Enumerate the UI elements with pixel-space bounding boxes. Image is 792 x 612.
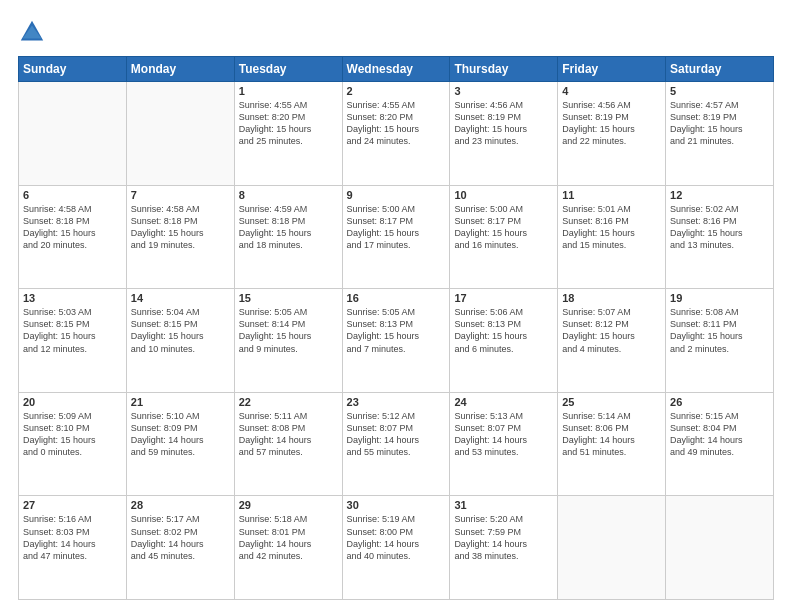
svg-marker-1 <box>23 25 42 38</box>
calendar-cell: 13Sunrise: 5:03 AM Sunset: 8:15 PM Dayli… <box>19 289 127 393</box>
calendar-week-row: 1Sunrise: 4:55 AM Sunset: 8:20 PM Daylig… <box>19 82 774 186</box>
calendar-cell: 30Sunrise: 5:19 AM Sunset: 8:00 PM Dayli… <box>342 496 450 600</box>
calendar-day-header: Sunday <box>19 57 127 82</box>
cell-info: Sunrise: 5:05 AM Sunset: 8:13 PM Dayligh… <box>347 306 446 355</box>
day-number: 1 <box>239 85 338 97</box>
calendar-cell: 19Sunrise: 5:08 AM Sunset: 8:11 PM Dayli… <box>666 289 774 393</box>
calendar-cell: 29Sunrise: 5:18 AM Sunset: 8:01 PM Dayli… <box>234 496 342 600</box>
day-number: 25 <box>562 396 661 408</box>
calendar-cell: 1Sunrise: 4:55 AM Sunset: 8:20 PM Daylig… <box>234 82 342 186</box>
calendar-cell: 28Sunrise: 5:17 AM Sunset: 8:02 PM Dayli… <box>126 496 234 600</box>
calendar-cell: 16Sunrise: 5:05 AM Sunset: 8:13 PM Dayli… <box>342 289 450 393</box>
calendar-cell: 10Sunrise: 5:00 AM Sunset: 8:17 PM Dayli… <box>450 185 558 289</box>
cell-info: Sunrise: 4:58 AM Sunset: 8:18 PM Dayligh… <box>23 203 122 252</box>
logo <box>18 18 50 46</box>
calendar-cell: 23Sunrise: 5:12 AM Sunset: 8:07 PM Dayli… <box>342 392 450 496</box>
day-number: 12 <box>670 189 769 201</box>
day-number: 5 <box>670 85 769 97</box>
calendar-week-row: 13Sunrise: 5:03 AM Sunset: 8:15 PM Dayli… <box>19 289 774 393</box>
day-number: 28 <box>131 499 230 511</box>
cell-info: Sunrise: 4:59 AM Sunset: 8:18 PM Dayligh… <box>239 203 338 252</box>
day-number: 31 <box>454 499 553 511</box>
calendar-cell: 7Sunrise: 4:58 AM Sunset: 8:18 PM Daylig… <box>126 185 234 289</box>
calendar-cell: 21Sunrise: 5:10 AM Sunset: 8:09 PM Dayli… <box>126 392 234 496</box>
day-number: 7 <box>131 189 230 201</box>
calendar-cell: 8Sunrise: 4:59 AM Sunset: 8:18 PM Daylig… <box>234 185 342 289</box>
calendar-cell <box>666 496 774 600</box>
day-number: 22 <box>239 396 338 408</box>
cell-info: Sunrise: 5:01 AM Sunset: 8:16 PM Dayligh… <box>562 203 661 252</box>
cell-info: Sunrise: 4:58 AM Sunset: 8:18 PM Dayligh… <box>131 203 230 252</box>
calendar-day-header: Thursday <box>450 57 558 82</box>
calendar-table: SundayMondayTuesdayWednesdayThursdayFrid… <box>18 56 774 600</box>
day-number: 11 <box>562 189 661 201</box>
cell-info: Sunrise: 5:15 AM Sunset: 8:04 PM Dayligh… <box>670 410 769 459</box>
day-number: 19 <box>670 292 769 304</box>
calendar-cell: 25Sunrise: 5:14 AM Sunset: 8:06 PM Dayli… <box>558 392 666 496</box>
calendar-cell: 15Sunrise: 5:05 AM Sunset: 8:14 PM Dayli… <box>234 289 342 393</box>
cell-info: Sunrise: 5:06 AM Sunset: 8:13 PM Dayligh… <box>454 306 553 355</box>
calendar-day-header: Friday <box>558 57 666 82</box>
day-number: 6 <box>23 189 122 201</box>
calendar-cell: 22Sunrise: 5:11 AM Sunset: 8:08 PM Dayli… <box>234 392 342 496</box>
cell-info: Sunrise: 5:07 AM Sunset: 8:12 PM Dayligh… <box>562 306 661 355</box>
calendar-cell: 14Sunrise: 5:04 AM Sunset: 8:15 PM Dayli… <box>126 289 234 393</box>
calendar-cell: 4Sunrise: 4:56 AM Sunset: 8:19 PM Daylig… <box>558 82 666 186</box>
day-number: 15 <box>239 292 338 304</box>
calendar-week-row: 27Sunrise: 5:16 AM Sunset: 8:03 PM Dayli… <box>19 496 774 600</box>
cell-info: Sunrise: 4:55 AM Sunset: 8:20 PM Dayligh… <box>239 99 338 148</box>
cell-info: Sunrise: 5:08 AM Sunset: 8:11 PM Dayligh… <box>670 306 769 355</box>
calendar-cell: 31Sunrise: 5:20 AM Sunset: 7:59 PM Dayli… <box>450 496 558 600</box>
calendar-day-header: Tuesday <box>234 57 342 82</box>
cell-info: Sunrise: 5:18 AM Sunset: 8:01 PM Dayligh… <box>239 513 338 562</box>
cell-info: Sunrise: 5:00 AM Sunset: 8:17 PM Dayligh… <box>347 203 446 252</box>
calendar-cell: 5Sunrise: 4:57 AM Sunset: 8:19 PM Daylig… <box>666 82 774 186</box>
cell-info: Sunrise: 5:20 AM Sunset: 7:59 PM Dayligh… <box>454 513 553 562</box>
cell-info: Sunrise: 5:13 AM Sunset: 8:07 PM Dayligh… <box>454 410 553 459</box>
calendar-cell <box>558 496 666 600</box>
day-number: 23 <box>347 396 446 408</box>
cell-info: Sunrise: 4:56 AM Sunset: 8:19 PM Dayligh… <box>454 99 553 148</box>
day-number: 4 <box>562 85 661 97</box>
calendar-cell: 11Sunrise: 5:01 AM Sunset: 8:16 PM Dayli… <box>558 185 666 289</box>
calendar-week-row: 20Sunrise: 5:09 AM Sunset: 8:10 PM Dayli… <box>19 392 774 496</box>
calendar-cell: 3Sunrise: 4:56 AM Sunset: 8:19 PM Daylig… <box>450 82 558 186</box>
day-number: 24 <box>454 396 553 408</box>
day-number: 30 <box>347 499 446 511</box>
cell-info: Sunrise: 4:56 AM Sunset: 8:19 PM Dayligh… <box>562 99 661 148</box>
calendar-day-header: Saturday <box>666 57 774 82</box>
cell-info: Sunrise: 5:02 AM Sunset: 8:16 PM Dayligh… <box>670 203 769 252</box>
day-number: 8 <box>239 189 338 201</box>
day-number: 21 <box>131 396 230 408</box>
day-number: 20 <box>23 396 122 408</box>
day-number: 26 <box>670 396 769 408</box>
day-number: 3 <box>454 85 553 97</box>
cell-info: Sunrise: 5:17 AM Sunset: 8:02 PM Dayligh… <box>131 513 230 562</box>
day-number: 18 <box>562 292 661 304</box>
cell-info: Sunrise: 5:12 AM Sunset: 8:07 PM Dayligh… <box>347 410 446 459</box>
calendar-cell: 18Sunrise: 5:07 AM Sunset: 8:12 PM Dayli… <box>558 289 666 393</box>
day-number: 13 <box>23 292 122 304</box>
calendar-cell: 17Sunrise: 5:06 AM Sunset: 8:13 PM Dayli… <box>450 289 558 393</box>
calendar-cell <box>19 82 127 186</box>
day-number: 2 <box>347 85 446 97</box>
calendar-cell: 6Sunrise: 4:58 AM Sunset: 8:18 PM Daylig… <box>19 185 127 289</box>
cell-info: Sunrise: 5:09 AM Sunset: 8:10 PM Dayligh… <box>23 410 122 459</box>
cell-info: Sunrise: 5:19 AM Sunset: 8:00 PM Dayligh… <box>347 513 446 562</box>
cell-info: Sunrise: 5:05 AM Sunset: 8:14 PM Dayligh… <box>239 306 338 355</box>
day-number: 14 <box>131 292 230 304</box>
calendar-cell <box>126 82 234 186</box>
cell-info: Sunrise: 5:14 AM Sunset: 8:06 PM Dayligh… <box>562 410 661 459</box>
cell-info: Sunrise: 5:16 AM Sunset: 8:03 PM Dayligh… <box>23 513 122 562</box>
calendar-cell: 27Sunrise: 5:16 AM Sunset: 8:03 PM Dayli… <box>19 496 127 600</box>
calendar-day-header: Monday <box>126 57 234 82</box>
calendar-cell: 20Sunrise: 5:09 AM Sunset: 8:10 PM Dayli… <box>19 392 127 496</box>
cell-info: Sunrise: 4:55 AM Sunset: 8:20 PM Dayligh… <box>347 99 446 148</box>
cell-info: Sunrise: 5:00 AM Sunset: 8:17 PM Dayligh… <box>454 203 553 252</box>
cell-info: Sunrise: 5:03 AM Sunset: 8:15 PM Dayligh… <box>23 306 122 355</box>
calendar-cell: 12Sunrise: 5:02 AM Sunset: 8:16 PM Dayli… <box>666 185 774 289</box>
calendar-cell: 9Sunrise: 5:00 AM Sunset: 8:17 PM Daylig… <box>342 185 450 289</box>
cell-info: Sunrise: 5:04 AM Sunset: 8:15 PM Dayligh… <box>131 306 230 355</box>
day-number: 9 <box>347 189 446 201</box>
page-header <box>18 18 774 46</box>
